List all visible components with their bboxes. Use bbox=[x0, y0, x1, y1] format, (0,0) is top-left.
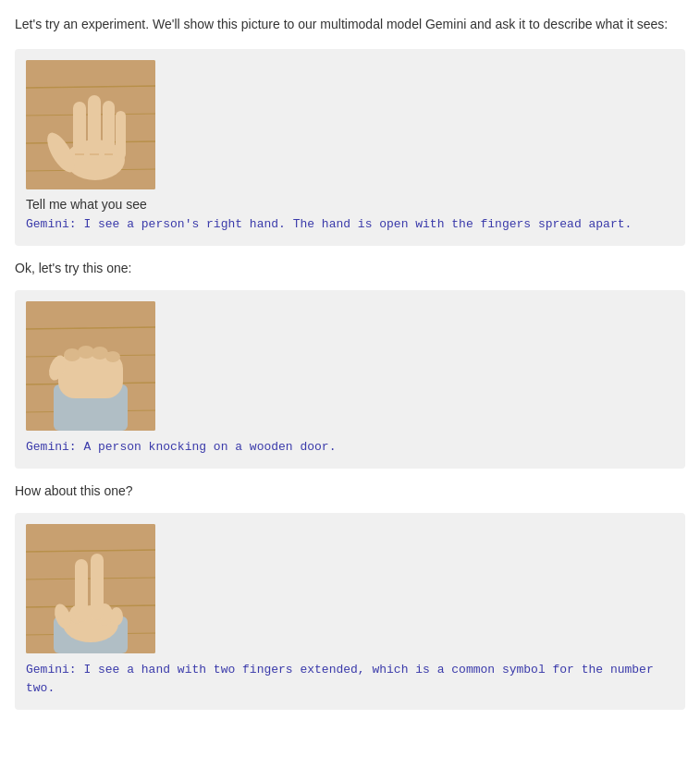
svg-rect-37 bbox=[91, 554, 104, 620]
svg-rect-7 bbox=[73, 102, 86, 159]
prompt-label-1: Tell me what you see bbox=[26, 197, 674, 212]
svg-rect-9 bbox=[103, 101, 115, 158]
svg-point-21 bbox=[64, 348, 80, 361]
gemini-response-3: Gemini: I see a hand with two fingers ex… bbox=[26, 661, 674, 700]
intro-text: Let's try an experiment. We'll show this… bbox=[15, 15, 685, 34]
svg-rect-8 bbox=[88, 95, 101, 158]
experiment-block-2: Gemini: A person knocking on a wooden do… bbox=[15, 290, 685, 469]
hand-image-2 bbox=[26, 301, 155, 431]
experiment-block-3: Gemini: I see a hand with two fingers ex… bbox=[15, 513, 685, 711]
hand-image-1 bbox=[26, 60, 155, 189]
svg-point-24 bbox=[105, 351, 120, 362]
between-text-3: How about this one? bbox=[15, 483, 685, 498]
hand-image-3 bbox=[26, 524, 155, 653]
gemini-response-1: Gemini: I see a person's right hand. The… bbox=[26, 215, 674, 235]
gemini-response-2: Gemini: A person knocking on a wooden do… bbox=[26, 438, 674, 457]
svg-rect-10 bbox=[116, 111, 126, 159]
experiment-block-1: Tell me what you see Gemini: I see a per… bbox=[15, 49, 685, 246]
between-text-2: Ok, let's try this one: bbox=[15, 261, 685, 275]
svg-point-34 bbox=[110, 607, 123, 626]
svg-rect-36 bbox=[75, 559, 88, 622]
